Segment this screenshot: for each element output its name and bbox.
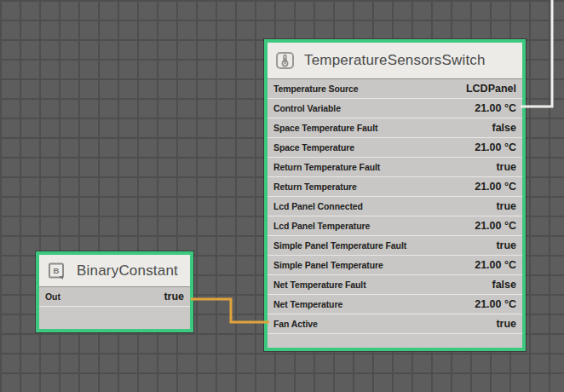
- property-row[interactable]: Lcd Panel Connectedtrue: [268, 196, 522, 216]
- property-label: Lcd Panel Connected: [273, 201, 363, 211]
- property-row[interactable]: Temperature SourceLCDPanel: [268, 79, 522, 98]
- property-label: Simple Panel Temperature: [273, 260, 383, 270]
- property-label: Net Temperature: [273, 299, 342, 309]
- property-value: false: [486, 122, 517, 134]
- property-value: 21.00 °C: [468, 102, 516, 114]
- property-value: true: [489, 318, 516, 330]
- property-row[interactable]: Simple Panel Temperature Faulttrue: [268, 235, 522, 255]
- property-label: Control Variable: [273, 103, 341, 113]
- property-rows: Temperature SourceLCDPanelControl Variab…: [268, 79, 522, 333]
- property-value: true: [489, 200, 516, 212]
- thermometer-icon: [275, 50, 296, 71]
- property-row[interactable]: Control Variable21.00 °C: [268, 98, 522, 118]
- node-footer: [268, 333, 522, 348]
- node-header-temperature-sensors-switch[interactable]: TemperatureSensorsSwitch: [268, 43, 522, 79]
- node-header-binary-constant[interactable]: B BinaryConstant: [39, 255, 190, 287]
- svg-text:B: B: [54, 266, 60, 275]
- property-row[interactable]: Space Temperature21.00 °C: [268, 137, 522, 157]
- property-value: true: [489, 239, 516, 251]
- property-row[interactable]: Fan Activetrue: [268, 314, 522, 333]
- node-temperature-sensors-switch[interactable]: TemperatureSensorsSwitch Temperature Sou…: [264, 39, 526, 351]
- property-label: Out: [45, 291, 60, 302]
- property-value: true: [157, 291, 184, 303]
- property-row[interactable]: Net Temperature Faultfalse: [268, 274, 522, 294]
- property-value: 21.00 °C: [468, 181, 516, 193]
- property-value: 21.00 °C: [468, 259, 516, 271]
- property-rows: Outtrue: [39, 287, 190, 306]
- property-value: 21.00 °C: [468, 220, 516, 232]
- property-row[interactable]: Simple Panel Temperature21.00 °C: [268, 255, 522, 274]
- property-value: true: [489, 161, 516, 173]
- property-label: Return Temperature Fault: [273, 162, 380, 172]
- property-label: Lcd Panel Temperature: [273, 221, 370, 231]
- property-label: Space Temperature: [273, 142, 354, 153]
- node-title: TemperatureSensorsSwitch: [304, 52, 486, 69]
- wiresheet-canvas[interactable]: TemperatureSensorsSwitch Temperature Sou…: [0, 0, 564, 392]
- property-row[interactable]: Return Temperature Faulttrue: [268, 157, 522, 176]
- property-label: Space Temperature Fault: [273, 123, 377, 133]
- property-row[interactable]: Outtrue: [39, 287, 190, 306]
- property-label: Net Temperature Fault: [273, 280, 366, 290]
- property-label: Temperature Source: [273, 84, 359, 94]
- property-value: 21.00 °C: [468, 141, 516, 153]
- property-value: 21.00 °C: [468, 298, 516, 310]
- property-row[interactable]: Return Temperature21.00 °C: [268, 176, 522, 196]
- property-label: Fan Active: [273, 319, 318, 329]
- node-binary-constant[interactable]: B BinaryConstant Outtrue: [36, 251, 193, 332]
- property-row[interactable]: Space Temperature Faultfalse: [268, 118, 522, 137]
- binary-constant-icon: B: [47, 261, 68, 281]
- node-footer: [39, 306, 190, 329]
- property-row[interactable]: Net Temperature21.00 °C: [268, 294, 522, 314]
- property-value: false: [486, 279, 517, 291]
- property-value: LCDPanel: [459, 83, 516, 95]
- wire-binary-out-to-fan-active[interactable]: [191, 299, 269, 322]
- property-label: Return Temperature: [273, 182, 357, 192]
- property-label: Simple Panel Temperature Fault: [273, 240, 406, 251]
- property-row[interactable]: Lcd Panel Temperature21.00 °C: [268, 216, 522, 235]
- node-title: BinaryConstant: [77, 262, 178, 280]
